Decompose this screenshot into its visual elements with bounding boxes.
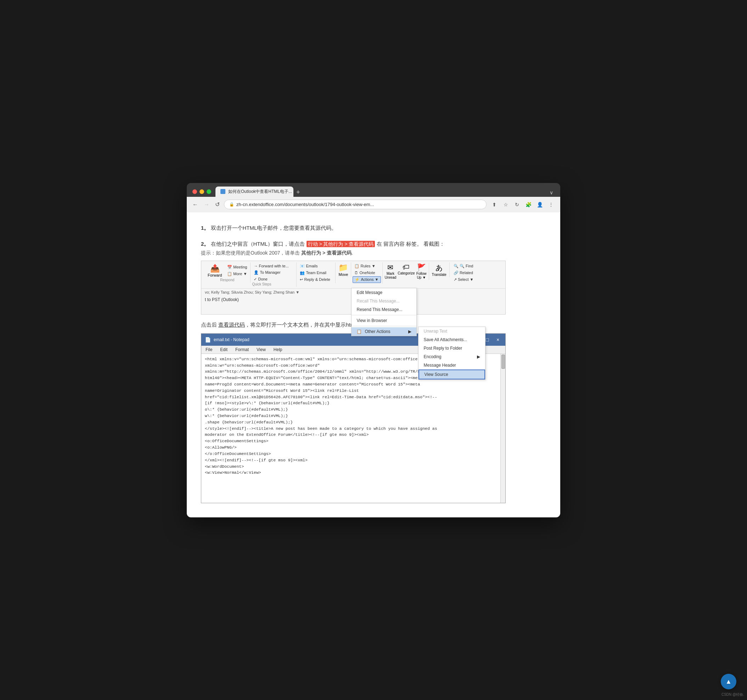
notepad-icon: 📄	[205, 337, 211, 342]
code-line-10: w\:* {behavior:url(#default#VML);}	[205, 413, 502, 419]
view-source-item[interactable]: View Source	[419, 370, 485, 379]
step-1-content: 双击打开一个HTML电子邮件，您需要查看其源代码。	[211, 225, 337, 231]
notepad-format-menu[interactable]: Format	[234, 347, 250, 353]
minimize-button[interactable]	[200, 189, 204, 194]
step-2-prefix: 在他们之中留言（HTML）窗口，请点击	[211, 241, 307, 247]
done-btn[interactable]: ✓ Done	[252, 276, 295, 282]
step-2-number: 2。	[201, 241, 209, 247]
tab-favicon	[221, 189, 225, 194]
menu-button[interactable]: ⋮	[546, 200, 556, 209]
bookmark-button[interactable]: ☆	[501, 200, 511, 209]
page-content: 1。 双击打开一个HTML电子邮件，您需要查看其源代码。 2。 在他们之中留言（…	[187, 212, 560, 517]
tab-dropdown-icon[interactable]: ∨	[548, 188, 555, 197]
forward-button[interactable]: →	[202, 200, 211, 209]
actions-btn[interactable]: ⚡ Actions ▼	[352, 276, 381, 283]
code-line-17: </xml><![endif]--><!--[if gte mso 9]><xm…	[205, 457, 502, 464]
code-line-5: name=ProgId content=Word.Document><meta …	[205, 381, 502, 388]
forward-with-te-btn[interactable]: → Forward with te...	[252, 263, 295, 269]
outlook-ribbon: 📤 Forward 📅 Meeting 📋 More ▼	[201, 261, 505, 289]
related-btn[interactable]: 🔗 Related	[452, 270, 476, 276]
tab-bar: 如何在Outlook中查看HTML电子... × + ∨	[215, 186, 555, 197]
browser-window: 如何在Outlook中查看HTML电子... × + ∨ ← → ↺ 🔒 zh-…	[187, 183, 560, 517]
new-tab-button[interactable]: +	[293, 188, 303, 197]
team-email-btn[interactable]: 👥 Team Email	[298, 270, 334, 276]
menu-separator-2	[352, 326, 416, 326]
code-line-13: moderator on the ExtendOffice Forum</tit…	[205, 432, 502, 438]
resend-message-menu-item[interactable]: Resend This Message...	[352, 305, 416, 314]
respond-section-label: Respond	[220, 278, 234, 282]
after-link: 查看源代码	[218, 322, 245, 328]
notepad-file-menu[interactable]: File	[204, 347, 214, 353]
view-browser-menu-item[interactable]: View in Browser	[352, 316, 416, 325]
notepad-close-button[interactable]: ×	[494, 336, 502, 344]
step-2-highlight: 行动 > 其他行为 > 查看源代码	[307, 241, 375, 247]
right-submenu: Unwrap Text Save All Attachments... Post…	[418, 327, 485, 380]
code-line-16: </o:OfficeDocumentSettings>	[205, 451, 502, 457]
more-btn[interactable]: 📋 More ▼	[225, 271, 249, 277]
onenote-btn[interactable]: 🗒 OneNote	[352, 270, 381, 276]
lock-icon: 🔒	[229, 202, 234, 207]
follow-up-btn[interactable]: Follow	[416, 272, 426, 276]
mark-unread-btn[interactable]: Mark	[387, 272, 395, 276]
post-reply-item[interactable]: Post Reply to Folder	[419, 344, 485, 353]
notepad-view-menu[interactable]: View	[255, 347, 267, 353]
code-line-7: href="cid:filelist.xml@01D56426.AFC78100…	[205, 394, 502, 400]
notepad-scrollbar-thumb[interactable]	[501, 355, 505, 369]
maximize-button[interactable]	[207, 189, 211, 194]
code-line-9: o\:* {behavior:url(#default#VML);}	[205, 406, 502, 413]
forward-btn-label[interactable]: Forward	[208, 273, 222, 277]
reload-button[interactable]: ↺	[214, 200, 221, 209]
address-bar[interactable]: 🔒 zh-cn.extendoffice.com/documents/outlo…	[224, 200, 487, 209]
active-tab[interactable]: 如何在Outlook中查看HTML电子... ×	[215, 186, 293, 197]
notepad-scrollbar[interactable]	[501, 354, 505, 503]
outlook-screenshot: 📤 Forward 📅 Meeting 📋 More ▼	[201, 261, 506, 315]
reply-delete-btn[interactable]: ↩ Reply & Delete	[298, 277, 334, 283]
nav-bar: ← → ↺ 🔒 zh-cn.extendoffice.com/documents…	[187, 197, 560, 212]
notepad-edit-menu[interactable]: Edit	[219, 347, 229, 353]
unwrap-text-item[interactable]: Unwrap Text	[419, 327, 485, 335]
notepad-help-menu[interactable]: Help	[272, 347, 284, 353]
categorize-btn[interactable]: Categorize	[398, 271, 414, 275]
code-line-12: </style><![endif]--><title>A new post ha…	[205, 426, 502, 432]
meeting-btn[interactable]: 📅 Meeting	[225, 264, 249, 270]
nav-actions: ⬆ ☆ ↻ 🧩 👤 ⋮	[489, 200, 556, 209]
to-manager-btn[interactable]: 👤 To Manager	[252, 270, 295, 276]
select-btn[interactable]: ↗ Select ▼	[452, 277, 476, 283]
extensions-button[interactable]: 🧩	[523, 200, 533, 209]
code-line-14: <o:OfficeDocumentSettings>	[205, 438, 502, 444]
profile-button[interactable]: 👤	[535, 200, 545, 209]
step-1-text: 1。 双击打开一个HTML电子邮件，您需要查看其源代码。	[201, 223, 546, 233]
rules-btn[interactable]: 📋 Rules ▼	[352, 263, 381, 269]
traffic-lights	[192, 189, 211, 194]
translate-btn[interactable]: Translate	[432, 273, 446, 277]
code-line-11: .shape {behavior:url(#default#VML);}	[205, 419, 502, 426]
tab-title: 如何在Outlook中查看HTML电子...	[228, 189, 292, 195]
save-attachments-item[interactable]: Save All Attachments...	[419, 335, 485, 344]
encoding-item[interactable]: Encoding ▶	[419, 353, 485, 361]
message-header-item[interactable]: Message Header	[419, 361, 485, 370]
hint-bold: 其他行为 > 查看源代码	[301, 250, 352, 256]
recall-message-menu-item[interactable]: Recall This Message...	[352, 297, 416, 305]
find-btn[interactable]: 🔍 🔍 Find	[452, 263, 476, 269]
move-btn[interactable]: Move	[339, 272, 348, 277]
sync-button[interactable]: ↻	[512, 200, 522, 209]
hint-suffix: .	[352, 250, 353, 256]
emails-btn[interactable]: 📧 Emails	[298, 263, 334, 269]
share-button[interactable]: ⬆	[489, 200, 499, 209]
other-actions-menu-item[interactable]: 📋 Other Actions ▶	[352, 327, 416, 336]
edit-message-menu-item[interactable]: Edit Message	[352, 288, 416, 297]
code-line-19: <w:View>Normal</w:View>	[205, 470, 502, 476]
scroll-top-button[interactable]: ▲	[721, 674, 736, 689]
title-bar: 如何在Outlook中查看HTML电子... × + ∨	[187, 183, 560, 197]
code-line-8: [if !mso]><style>v\:* {behavior:url(#def…	[205, 400, 502, 406]
quick-steps-label: Quick Steps	[252, 282, 295, 286]
menu-separator-1	[352, 315, 416, 315]
other-actions-arrow: ▶	[408, 329, 411, 334]
actions-dropdown-menu: Edit Message Recall This Message... Rese…	[351, 288, 417, 336]
close-button[interactable]	[192, 189, 197, 194]
step-2: 2。 在他们之中留言（HTML）窗口，请点击 行动 > 其他行为 > 查看源代码…	[201, 239, 546, 315]
step-2-text: 2。 在他们之中留言（HTML）窗口，请点击 行动 > 其他行为 > 查看源代码…	[201, 239, 546, 248]
back-button[interactable]: ←	[191, 200, 200, 209]
hint-text: 提示：如果您使用的是Outlook 2007，请单击 其他行为 > 查看源代码.	[201, 250, 546, 256]
hint-prefix: 提示：如果您使用的是Outlook 2007，请单击	[201, 250, 301, 256]
